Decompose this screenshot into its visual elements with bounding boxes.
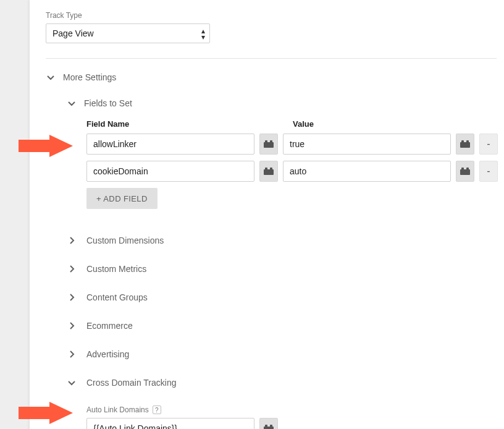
column-header-field-name: Field Name: [86, 119, 254, 129]
field-value-input[interactable]: [283, 134, 451, 155]
ecommerce-toggle[interactable]: Ecommerce: [67, 312, 504, 340]
svg-rect-4: [270, 140, 272, 143]
ecommerce-label: Ecommerce: [86, 321, 133, 331]
svg-rect-12: [461, 168, 464, 170]
chevron-right-icon: [67, 322, 77, 329]
svg-rect-2: [264, 142, 274, 148]
svg-rect-15: [265, 425, 267, 427]
remove-row-button[interactable]: -: [479, 161, 498, 182]
add-field-button[interactable]: + ADD FIELD: [86, 188, 158, 209]
svg-rect-6: [461, 140, 464, 143]
field-row: -: [86, 161, 504, 182]
column-header-value: Value: [293, 119, 461, 129]
variable-picker-button[interactable]: [259, 134, 278, 155]
settings-panel: Track Type Page View ▴▾ More Settings: [30, 0, 504, 429]
advertising-label: Advertising: [86, 349, 129, 359]
variable-picker-button[interactable]: [259, 161, 278, 182]
track-type-select[interactable]: Page View: [46, 23, 210, 43]
svg-rect-16: [270, 425, 272, 427]
variable-picker-button[interactable]: [259, 418, 278, 429]
brick-icon: [460, 167, 470, 176]
brick-icon: [460, 140, 470, 148]
svg-rect-10: [270, 168, 272, 170]
svg-rect-9: [265, 168, 267, 170]
svg-rect-8: [264, 169, 274, 175]
brick-icon: [264, 140, 274, 148]
custom-metrics-toggle[interactable]: Custom Metrics: [67, 255, 504, 283]
cross-domain-tracking-toggle[interactable]: Cross Domain Tracking: [67, 368, 504, 397]
svg-rect-7: [466, 140, 469, 143]
variable-picker-button[interactable]: [456, 161, 474, 182]
field-name-input[interactable]: [86, 161, 254, 182]
chevron-down-icon: [46, 74, 56, 81]
field-value-input[interactable]: [283, 161, 451, 182]
content-groups-toggle[interactable]: Content Groups: [67, 283, 504, 312]
custom-dimensions-label: Custom Dimensions: [86, 236, 164, 245]
custom-metrics-label: Custom Metrics: [86, 264, 146, 274]
auto-link-domains-label: Auto Link Domains: [86, 406, 149, 414]
brick-icon: [264, 424, 274, 429]
variable-picker-button[interactable]: [456, 134, 474, 155]
remove-row-button[interactable]: -: [479, 134, 498, 155]
chevron-right-icon: [67, 350, 77, 358]
field-row: -: [86, 134, 504, 155]
brick-icon: [264, 167, 274, 176]
chevron-right-icon: [67, 237, 77, 244]
fields-to-set-toggle[interactable]: Fields to Set: [46, 98, 504, 108]
svg-rect-11: [460, 169, 470, 175]
chevron-right-icon: [67, 265, 77, 273]
auto-link-domains-input[interactable]: [86, 418, 254, 429]
chevron-down-icon: [67, 100, 77, 107]
fields-to-set-label: Fields to Set: [84, 98, 132, 108]
cross-domain-tracking-label: Cross Domain Tracking: [86, 378, 177, 388]
field-name-input[interactable]: [86, 134, 254, 155]
more-settings-label: More Settings: [63, 72, 116, 82]
custom-dimensions-toggle[interactable]: Custom Dimensions: [67, 226, 504, 255]
chevron-down-icon: [67, 379, 77, 386]
svg-rect-5: [460, 142, 470, 148]
chevron-right-icon: [67, 294, 77, 301]
content-groups-label: Content Groups: [86, 292, 148, 302]
track-type-label: Track Type: [46, 11, 504, 20]
advertising-toggle[interactable]: Advertising: [67, 340, 504, 368]
help-icon[interactable]: ?: [153, 406, 161, 414]
more-settings-toggle[interactable]: More Settings: [46, 72, 504, 82]
svg-rect-3: [265, 140, 267, 143]
svg-rect-13: [466, 168, 469, 170]
